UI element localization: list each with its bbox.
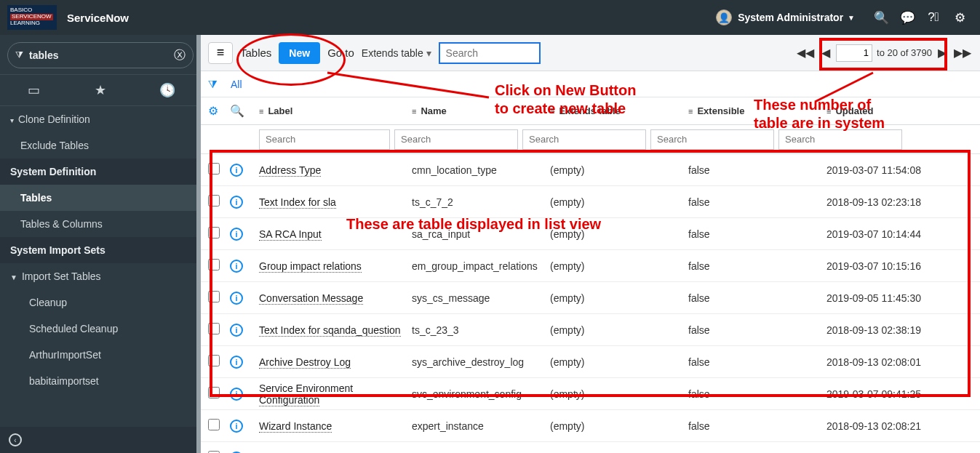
row-extends: (empty) — [550, 420, 688, 432]
row-checkbox[interactable] — [208, 227, 220, 238]
row-name: svc_environment_config — [412, 388, 550, 400]
row-label-link[interactable]: Wizard Instance — [259, 420, 332, 433]
row-updated: 2019-03-07 11:54:08 — [826, 164, 980, 176]
row-checkbox[interactable] — [208, 323, 220, 334]
table-row: iGroup impact relationsem_group_impact_r… — [201, 250, 980, 282]
info-icon[interactable]: i — [230, 195, 259, 209]
row-name: sys_cs_message — [412, 292, 550, 304]
row-label-link[interactable]: Archive Destroy Log — [259, 356, 351, 369]
row-extensible: false — [688, 164, 826, 176]
nav-item[interactable]: ▾Clone Definition — [0, 106, 201, 132]
nav-item[interactable]: Scheduled Cleanup — [0, 316, 201, 342]
info-icon[interactable]: i — [230, 163, 259, 177]
filter-breadcrumb: ⧩ All — [201, 71, 980, 97]
table-row: iArchive Destroy Logsys_archive_destroy_… — [201, 346, 980, 378]
row-extensible: false — [688, 228, 826, 240]
row-label-link[interactable]: Service Environment Configuration — [259, 382, 353, 406]
col-extensible[interactable]: ≡Extensible — [688, 105, 826, 116]
row-updated: 2018-09-13 02:23:18 — [826, 196, 980, 208]
search-icon[interactable]: 🔍 — [874, 10, 888, 25]
col-extends[interactable]: ≡Extends table — [550, 105, 688, 116]
row-checkbox[interactable] — [208, 419, 220, 430]
search-updated-input[interactable] — [778, 129, 902, 150]
row-name: em_group_impact_relations — [412, 260, 550, 272]
info-icon[interactable]: i — [230, 387, 259, 401]
row-checkbox[interactable] — [208, 355, 220, 366]
info-icon[interactable]: i — [230, 259, 259, 273]
user-menu-caret-icon[interactable]: ▼ — [848, 14, 855, 22]
nav-item[interactable]: Cleanup — [0, 289, 201, 316]
last-page-icon[interactable]: ▶▶ — [952, 46, 973, 60]
nav-item[interactable]: ▼Import Set Tables — [0, 263, 201, 289]
nav-favorites-icon[interactable]: ★ — [67, 75, 134, 105]
info-icon[interactable]: i — [230, 323, 259, 337]
nav-item[interactable]: babitaimportset — [0, 368, 201, 394]
row-extensible: false — [688, 388, 826, 400]
nav-item[interactable]: Tables — [0, 185, 201, 211]
page-from-input[interactable] — [836, 44, 872, 62]
row-name: sa_rca_input — [412, 228, 550, 240]
top-banner: BASICO SERVICENOW LEARNING ServiceNow 👤 … — [0, 0, 980, 35]
row-label-link[interactable]: Text Index for sla — [259, 196, 336, 209]
row-updated: 2018-09-13 02:08:01 — [826, 356, 980, 368]
col-updated[interactable]: ≡Updated — [826, 105, 980, 116]
help-icon[interactable]: ?⃝ — [926, 10, 941, 25]
search-extends-input[interactable] — [522, 129, 646, 150]
row-checkbox[interactable] — [208, 387, 220, 398]
row-updated: 2019-09-05 11:45:30 — [826, 292, 980, 304]
page-range: to 20 of 3790 — [877, 47, 932, 58]
chat-icon[interactable]: 💬 — [900, 10, 915, 25]
row-updated: 2019-03-07 10:15:16 — [826, 260, 980, 272]
avatar[interactable]: 👤 — [716, 9, 732, 25]
new-button[interactable]: New — [279, 42, 320, 64]
nav-filter-input[interactable]: ⧩ tables ⓧ — [7, 42, 194, 68]
nav-all-icon[interactable]: ▭ — [0, 75, 67, 105]
row-label-link[interactable]: Group impact relations — [259, 260, 362, 273]
prev-page-icon[interactable]: ◀ — [820, 46, 832, 60]
info-icon[interactable]: i — [230, 291, 259, 305]
row-checkbox[interactable] — [208, 259, 220, 270]
search-extensible-input[interactable] — [650, 129, 774, 150]
nav-item[interactable]: Exclude Tables — [0, 132, 201, 159]
clear-filter-icon[interactable]: ⓧ — [174, 48, 186, 63]
filter-funnel-icon[interactable]: ⧩ — [208, 78, 218, 91]
row-label-link[interactable]: Address Type — [259, 164, 321, 177]
personalize-list-icon[interactable]: ⚙ — [208, 104, 230, 118]
info-icon[interactable]: i — [230, 419, 259, 433]
table-row: iText Index for sqanda_questionts_c_23_3… — [201, 314, 980, 346]
row-label-link[interactable]: Conversation Message — [259, 292, 363, 305]
goto-field-select[interactable]: Extends table — [362, 47, 431, 59]
toolbar-search-input[interactable] — [439, 42, 541, 64]
row-extends: (empty) — [550, 228, 688, 240]
row-label-link[interactable]: SA RCA Input — [259, 228, 322, 241]
filter-all-link[interactable]: All — [231, 79, 242, 90]
info-icon[interactable]: i — [230, 355, 259, 369]
row-checkbox[interactable] — [208, 291, 220, 302]
nav-history-icon[interactable]: 🕓 — [134, 75, 201, 105]
list-title: Tables — [240, 47, 271, 59]
column-search-toggle-icon[interactable]: 🔍 — [230, 104, 259, 118]
collapse-nav-icon[interactable]: ‹ — [9, 433, 22, 446]
row-checkbox[interactable] — [208, 163, 220, 175]
row-extends: (empty) — [550, 388, 688, 400]
nav-item[interactable]: Tables & Columns — [0, 211, 201, 237]
user-name[interactable]: System Administrator — [738, 12, 843, 23]
gear-icon[interactable]: ⚙ — [952, 10, 967, 25]
table-body: iAddress Typecmn_location_type(empty)fal… — [201, 154, 980, 453]
list-menu-button[interactable]: ≡ — [208, 42, 233, 64]
column-header-row: ⚙ 🔍 ≡Label ≡Name ≡Extends table ≡Extensi… — [201, 97, 980, 125]
info-icon[interactable]: i — [230, 227, 259, 241]
search-label-input[interactable] — [259, 129, 390, 150]
nav-item[interactable]: ArthurImportSet — [0, 342, 201, 368]
nav-filter-text: tables — [29, 49, 174, 61]
col-label[interactable]: ≡Label — [259, 105, 412, 116]
col-name[interactable]: ≡Name — [412, 105, 550, 116]
next-page-icon[interactable]: ▶ — [936, 46, 948, 60]
nav-item[interactable]: System Definition — [0, 159, 201, 185]
nav-item[interactable]: System Import Sets — [0, 237, 201, 263]
column-search-row — [201, 125, 980, 154]
search-name-input[interactable] — [394, 129, 518, 150]
first-page-icon[interactable]: ◀◀ — [795, 46, 816, 60]
row-label-link[interactable]: Text Index for sqanda_question — [259, 324, 401, 337]
row-checkbox[interactable] — [208, 195, 220, 207]
